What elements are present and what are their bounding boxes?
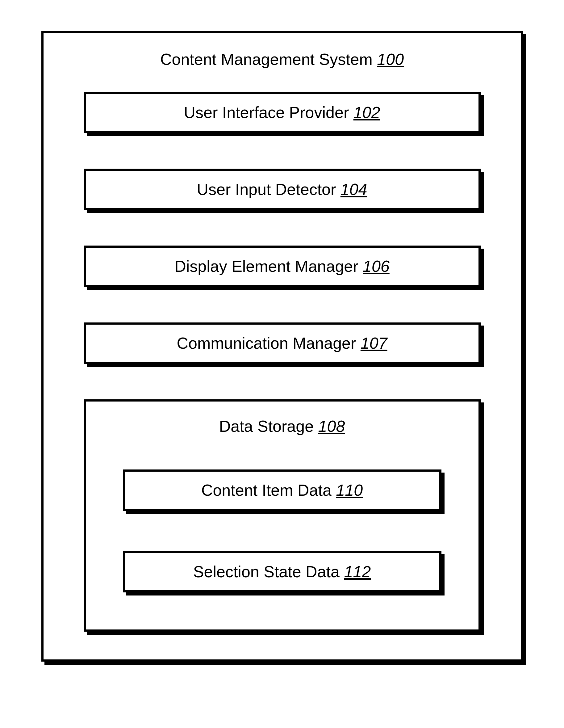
component-ref: 107 xyxy=(360,334,387,352)
selection-state-data-box: Selection State Data 112 xyxy=(123,551,441,592)
content-item-data-box: Content Item Data 110 xyxy=(123,469,441,511)
component-ref: 106 xyxy=(363,257,389,275)
storage-label: Data Storage xyxy=(219,417,313,435)
display-manager-box: Display Element Manager 106 xyxy=(84,246,481,287)
storage-container: Data Storage 108 Content Item Data 110 S… xyxy=(84,399,481,632)
system-label: Content Management System xyxy=(160,50,372,68)
system-title: Content Management System 100 xyxy=(84,50,481,69)
input-detector-box: User Input Detector 104 xyxy=(84,169,481,210)
storage-ref: 108 xyxy=(318,417,345,435)
storage-item-ref: 112 xyxy=(344,563,371,581)
component-ref: 102 xyxy=(353,103,380,121)
storage-item-label: Content Item Data xyxy=(201,481,331,499)
comm-manager-box: Communication Manager 107 xyxy=(84,322,481,364)
component-label: Display Element Manager xyxy=(175,257,358,275)
component-ref: 104 xyxy=(340,180,367,198)
system-ref: 100 xyxy=(377,50,404,68)
component-label: User Input Detector xyxy=(197,180,336,198)
ui-provider-box: User Interface Provider 102 xyxy=(84,92,481,133)
storage-title: Data Storage 108 xyxy=(123,417,441,436)
storage-item-label: Selection State Data xyxy=(193,563,339,581)
system-container: Content Management System 100 User Inter… xyxy=(41,31,523,662)
component-label: Communication Manager xyxy=(177,334,356,352)
component-label: User Interface Provider xyxy=(184,103,349,121)
storage-item-ref: 110 xyxy=(336,481,363,499)
